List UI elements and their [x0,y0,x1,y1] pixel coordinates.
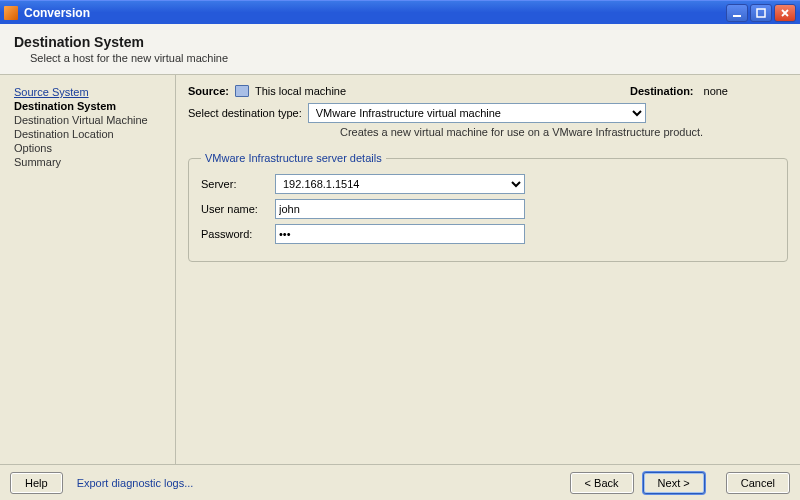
back-button[interactable]: < Back [570,472,634,494]
maximize-icon [756,8,766,18]
destination-type-label: Select destination type: [188,107,302,119]
server-details-group: VMware Infrastructure server details Ser… [188,152,788,262]
cancel-button[interactable]: Cancel [726,472,790,494]
main-area: Source System Destination System Destina… [0,75,800,464]
header-subtitle: Select a host for the new virtual machin… [30,52,786,64]
wizard-header: Destination System Select a host for the… [0,24,800,75]
close-button[interactable] [774,4,796,22]
destination-type-note: Creates a new virtual machine for use on… [340,126,788,138]
help-button[interactable]: Help [10,472,63,494]
server-select[interactable]: 192.168.1.1514 [275,174,525,194]
minimize-icon [732,8,742,18]
wizard-steps-sidebar: Source System Destination System Destina… [6,75,176,464]
next-button[interactable]: Next > [643,472,705,494]
sidebar-item-destination-location: Destination Location [14,127,167,141]
sidebar-item-summary: Summary [14,155,167,169]
server-details-legend: VMware Infrastructure server details [201,152,386,164]
sidebar-item-source-system[interactable]: Source System [14,85,167,99]
wizard-footer: Help Export diagnostic logs... < Back Ne… [0,464,800,500]
username-label: User name: [201,203,275,215]
maximize-button[interactable] [750,4,772,22]
close-icon [780,8,790,18]
window-titlebar: Conversion [0,0,800,24]
server-label: Server: [201,178,275,190]
source-value: This local machine [255,85,346,97]
source-label: Source: [188,85,229,97]
app-icon [4,6,18,20]
destination-value: none [704,85,728,97]
sidebar-item-destination-vm: Destination Virtual Machine [14,113,167,127]
destination-label: Destination: [630,85,694,97]
username-input[interactable] [275,199,525,219]
export-diagnostic-link[interactable]: Export diagnostic logs... [77,477,194,489]
sidebar-item-destination-system: Destination System [14,99,167,113]
password-input[interactable] [275,224,525,244]
svg-rect-1 [757,9,765,17]
source-dest-row: Source: This local machine Destination: … [188,85,788,97]
window-title: Conversion [24,6,724,20]
svg-rect-0 [733,15,741,17]
password-label: Password: [201,228,275,240]
destination-type-select[interactable]: VMware Infrastructure virtual machine [308,103,646,123]
sidebar-item-options: Options [14,141,167,155]
minimize-button[interactable] [726,4,748,22]
computer-icon [235,85,249,97]
destination-type-row: Select destination type: VMware Infrastr… [188,103,788,123]
header-title: Destination System [14,34,786,50]
content-panel: Source: This local machine Destination: … [176,75,800,464]
